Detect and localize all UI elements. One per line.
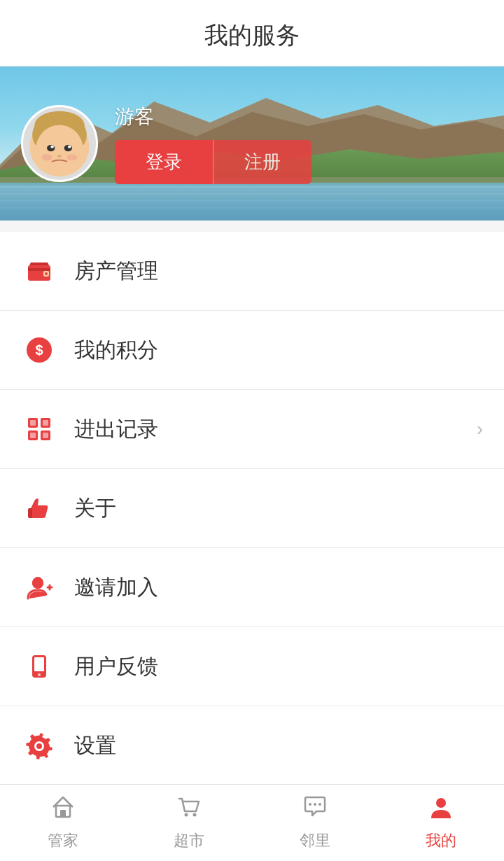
menu-item-records[interactable]: 进出记录 › <box>0 390 504 469</box>
menu-item-feedback[interactable]: 用户反馈 <box>0 627 504 706</box>
menu-label-points: 我的积分 <box>74 336 483 365</box>
cart-icon <box>176 794 202 826</box>
gear-icon <box>21 727 57 764</box>
hero-content: 游客 登录 注册 <box>0 66 504 220</box>
chat-icon <box>302 794 328 826</box>
person-add-icon <box>21 569 57 606</box>
svg-rect-35 <box>43 433 48 438</box>
hero-info: 游客 登录 注册 <box>115 104 312 184</box>
page-title: 我的服务 <box>0 0 504 66</box>
menu-item-about[interactable]: 关于 <box>0 469 504 548</box>
menu-item-settings[interactable]: 设置 <box>0 706 504 785</box>
avatar-image <box>23 105 96 182</box>
svg-rect-36 <box>28 508 32 518</box>
register-button[interactable]: 注册 <box>214 140 312 184</box>
hero-banner: 游客 登录 注册 <box>0 66 504 220</box>
nav-item-manager[interactable]: 管家 <box>0 788 126 858</box>
phone-icon <box>21 648 57 685</box>
svg-point-39 <box>33 577 43 587</box>
menu-label-feedback: 用户反馈 <box>74 652 483 681</box>
login-button[interactable]: 登录 <box>115 140 214 184</box>
svg-point-46 <box>36 743 42 749</box>
svg-point-52 <box>314 803 316 806</box>
nav-label-manager: 管家 <box>48 830 78 851</box>
bottom-nav: 管家 超市 邻里 <box>0 784 504 861</box>
svg-point-53 <box>318 803 321 806</box>
nav-label-neighbors: 邻里 <box>300 830 330 851</box>
menu-list: 房产管理 $ 我的积分 进出记录 › <box>0 232 504 785</box>
auth-buttons: 登录 注册 <box>115 140 312 184</box>
svg-point-49 <box>185 813 188 817</box>
svg-point-15 <box>47 145 55 151</box>
menu-label-invite: 邀请加入 <box>74 573 483 602</box>
menu-label-records: 进出记录 <box>74 415 483 444</box>
svg-point-25 <box>45 272 48 275</box>
nav-label-mine: 我的 <box>426 830 456 851</box>
svg-point-18 <box>68 146 71 148</box>
svg-point-50 <box>193 813 197 817</box>
svg-rect-32 <box>30 420 36 426</box>
svg-point-14 <box>36 125 83 176</box>
svg-point-54 <box>436 798 446 808</box>
svg-rect-43 <box>34 657 44 671</box>
nav-label-supermarket: 超市 <box>174 830 204 851</box>
svg-point-20 <box>41 154 52 160</box>
chevron-right-icon: › <box>477 418 483 440</box>
menu-label-about: 关于 <box>74 494 483 523</box>
house-icon <box>50 794 76 826</box>
svg-point-44 <box>38 673 41 676</box>
nav-item-supermarket[interactable]: 超市 <box>126 788 252 858</box>
menu-label-property: 房产管理 <box>74 257 483 286</box>
nav-item-neighbors[interactable]: 邻里 <box>252 788 378 858</box>
dollar-icon: $ <box>21 332 57 368</box>
svg-point-51 <box>309 803 312 806</box>
svg-rect-23 <box>28 268 50 271</box>
wallet-icon <box>21 253 57 289</box>
menu-item-property[interactable]: 房产管理 <box>0 232 504 311</box>
svg-point-21 <box>66 154 77 160</box>
svg-rect-34 <box>30 433 36 438</box>
menu-item-invite[interactable]: 邀请加入 <box>0 548 504 627</box>
svg-rect-48 <box>60 810 66 817</box>
svg-rect-33 <box>43 420 48 426</box>
svg-point-19 <box>57 155 62 158</box>
svg-point-16 <box>64 145 72 151</box>
thumbsup-icon <box>21 490 57 526</box>
nav-item-mine[interactable]: 我的 <box>378 788 504 858</box>
guest-label: 游客 <box>115 104 312 130</box>
svg-text:$: $ <box>35 342 43 358</box>
menu-label-settings: 设置 <box>74 732 483 760</box>
person-icon <box>428 794 454 826</box>
menu-item-points[interactable]: $ 我的积分 <box>0 311 504 390</box>
grid-icon <box>21 411 57 447</box>
avatar[interactable] <box>21 105 98 182</box>
svg-point-17 <box>50 146 54 148</box>
